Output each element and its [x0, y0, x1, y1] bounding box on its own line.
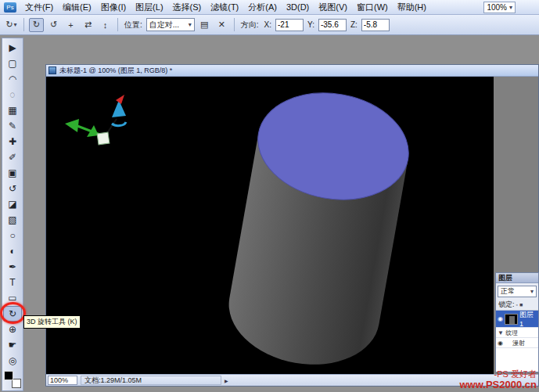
options-bar: ↻ ▾ ↻ ↺ + ⇄ ↕ 位置: 自定对... ▾ ▤ ✕ 方向: X: Y:…: [0, 15, 539, 35]
3d-orbit-tool-icon: ⊕: [9, 324, 16, 335]
layer-sub-row-diffuse[interactable]: ◉ 漫射: [496, 338, 538, 348]
mode-roll-button[interactable]: ↺: [46, 18, 61, 32]
app-zoom-value: 100%: [487, 3, 507, 12]
tool-blur[interactable]: ○: [3, 228, 22, 243]
layers-panel-tab[interactable]: 图层: [496, 273, 538, 283]
pen-tool-icon: ✒: [9, 261, 16, 272]
delete-icon: ✕: [218, 20, 225, 30]
type-tool-icon: T: [9, 277, 15, 288]
active-tool-icon: ↻: [5, 20, 13, 30]
tool-clone-stamp[interactable]: ▣: [3, 165, 22, 181]
toolbox: ▶ ▢ ◠ ◌ ▦ ✎ ✚ ✐ ▣ ↺ ◪ ▧ ○ ◐ ✒ T ▭ ↻ ⊕ ☛ …: [2, 38, 23, 391]
z-input[interactable]: [361, 19, 390, 31]
menu-edit[interactable]: 编辑(E): [58, 0, 96, 14]
tool-crop[interactable]: ▦: [3, 102, 22, 118]
orientation-label: 方向:: [241, 20, 259, 31]
axis-center-cube-icon: [97, 132, 110, 145]
x-input[interactable]: [275, 19, 304, 31]
status-flyout-icon[interactable]: ▶: [225, 378, 228, 383]
tool-eyedropper[interactable]: ✎: [3, 118, 22, 134]
menu-file[interactable]: 文件(F): [20, 0, 58, 14]
layers-panel-title: 图层: [498, 273, 512, 283]
y-input[interactable]: [318, 19, 347, 31]
tool-move[interactable]: ▶: [3, 40, 22, 56]
tool-quick-select[interactable]: ◌: [3, 87, 22, 102]
layer-sub-row-textures[interactable]: ▼ 纹理: [496, 328, 538, 338]
tool-gradient[interactable]: ▧: [3, 212, 22, 228]
tool-eraser[interactable]: ◪: [3, 196, 22, 212]
save-view-button[interactable]: ▤: [197, 18, 212, 32]
mode-slide-button[interactable]: ⇄: [81, 18, 95, 32]
tool-preset-button[interactable]: ↻ ▾: [4, 18, 19, 32]
menu-view[interactable]: 视图(V): [314, 0, 352, 14]
menu-window[interactable]: 窗口(W): [352, 0, 393, 14]
tool-healing-brush[interactable]: ✚: [3, 134, 22, 149]
tool-history-brush[interactable]: ↺: [3, 181, 22, 196]
eyedropper-tool-icon: ✎: [9, 120, 16, 131]
separator: [23, 18, 24, 31]
menu-layer[interactable]: 图层(L): [131, 0, 167, 14]
menu-analysis[interactable]: 分析(A): [243, 0, 282, 14]
layer-thumbnail: [505, 314, 518, 325]
z-label: Z:: [350, 20, 358, 29]
history-brush-tool-icon: ↺: [9, 183, 16, 194]
eraser-tool-icon: ◪: [8, 199, 16, 210]
position-label: 位置:: [124, 20, 142, 31]
delete-view-button[interactable]: ✕: [214, 18, 229, 32]
gradient-tool-icon: ▧: [8, 214, 16, 225]
menu-3d[interactable]: 3D(D): [282, 0, 314, 14]
save-icon: ▤: [200, 20, 208, 30]
lock-all-icon[interactable]: ■: [519, 302, 523, 307]
blend-mode-select[interactable]: 正常 ▾: [498, 286, 537, 297]
brush-tool-icon: ✐: [9, 152, 16, 163]
status-zoom-input[interactable]: 100%: [48, 376, 77, 385]
eye-icon[interactable]: ◉: [498, 340, 503, 347]
tool-pen[interactable]: ✒: [3, 259, 22, 275]
tool-hand[interactable]: ☛: [3, 337, 22, 353]
rotate-mode-icon: ↻: [33, 20, 40, 30]
tool-zoom[interactable]: ◎: [3, 353, 22, 369]
tool-lasso[interactable]: ◠: [3, 71, 22, 87]
chevron-down-icon: ▾: [189, 21, 192, 28]
tool-marquee[interactable]: ▢: [3, 56, 22, 71]
status-doc-sizes: 文档:1.29M/1.05M: [81, 376, 221, 385]
menu-select[interactable]: 选择(S): [168, 0, 207, 14]
menu-help[interactable]: 帮助(H): [393, 0, 431, 14]
color-swatches[interactable]: [4, 371, 21, 388]
layer-row-selected[interactable]: ◉ 图层 1: [496, 311, 538, 328]
blend-mode-value: 正常: [501, 286, 515, 297]
canvas-render: [46, 77, 494, 375]
expand-icon[interactable]: ▼: [498, 329, 504, 336]
tool-3d-orbit[interactable]: ⊕: [3, 322, 22, 337]
eye-icon[interactable]: ◉: [498, 315, 503, 322]
slide-mode-icon: ⇄: [84, 20, 92, 30]
position-value: 自定对...: [149, 20, 179, 31]
lock-pixels-icon[interactable]: ▫: [516, 302, 518, 307]
lasso-tool-icon: ◠: [9, 74, 16, 85]
tool-tooltip: 3D 旋转工具 (K): [23, 315, 81, 329]
document-title-bar[interactable]: 未标题-1 @ 100% (图层 1, RGB/8) *: [46, 65, 538, 77]
layer-name: 图层 1: [519, 310, 537, 328]
healing-brush-tool-icon: ✚: [9, 136, 16, 147]
mode-rotate-button[interactable]: ↻: [29, 18, 44, 32]
menu-filter[interactable]: 滤镜(T): [206, 0, 243, 14]
tool-brush[interactable]: ✐: [3, 149, 22, 165]
scale-mode-icon: ↕: [103, 20, 108, 30]
3d-axis-widget: [65, 95, 126, 145]
sub-row-name: 漫射: [512, 339, 525, 347]
foreground-color-swatch[interactable]: [4, 371, 13, 380]
position-select[interactable]: 自定对... ▾: [146, 18, 195, 31]
chevron-down-icon: ▾: [14, 21, 17, 28]
tool-dodge[interactable]: ◐: [3, 243, 22, 259]
chevron-down-icon: ▾: [530, 288, 534, 295]
mode-pan-button[interactable]: +: [63, 18, 78, 32]
tool-type[interactable]: T: [3, 275, 22, 290]
menu-image[interactable]: 图像(I): [96, 0, 131, 14]
mode-scale-button[interactable]: ↕: [98, 18, 113, 32]
app-logo-icon: Ps: [4, 2, 16, 13]
clone-stamp-tool-icon: ▣: [8, 167, 16, 178]
roll-mode-icon: ↺: [50, 20, 57, 30]
app-zoom-control[interactable]: 100% ▾: [483, 2, 516, 13]
axis-red-arrow-icon: [116, 95, 124, 104]
canvas[interactable]: [46, 77, 494, 375]
